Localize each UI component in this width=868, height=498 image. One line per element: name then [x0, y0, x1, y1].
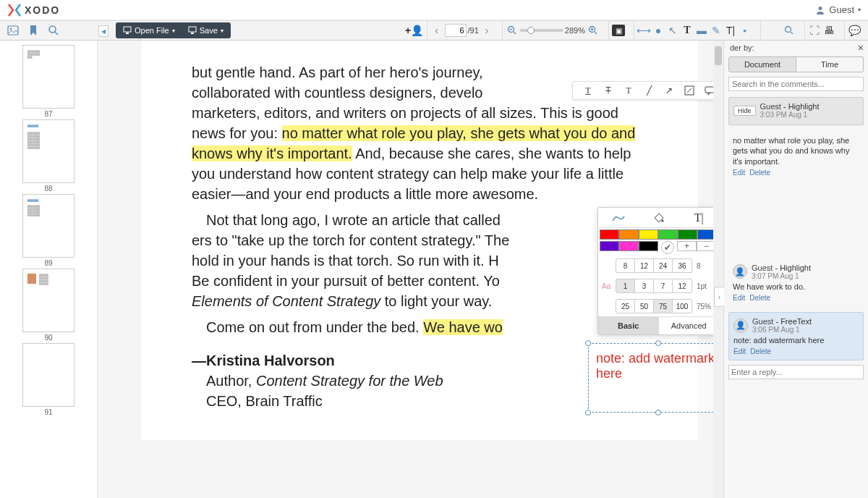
resize-handle[interactable]: [655, 410, 661, 415]
thumb-90[interactable]: ████████████████████████90: [22, 269, 75, 342]
svg-point-0: [819, 7, 822, 10]
svg-rect-5: [124, 27, 131, 32]
fill-tab[interactable]: [639, 208, 679, 227]
squiggly-tool-icon[interactable]: T: [622, 84, 635, 97]
edit-link[interactable]: Edit: [733, 294, 745, 302]
delete-link[interactable]: Delete: [749, 169, 770, 177]
swatch-orange[interactable]: [619, 229, 639, 240]
zoom-in-icon[interactable]: [587, 24, 600, 37]
svg-rect-1: [8, 26, 18, 35]
expand-panel-button[interactable]: ›: [714, 287, 724, 307]
close-panel-button[interactable]: ×: [858, 42, 864, 54]
color-swatches: [598, 228, 719, 241]
chat-panel-icon[interactable]: 💬: [848, 24, 861, 37]
comment-2[interactable]: 👤Guest - Highlight3:07 PM Aug 1 We have …: [728, 259, 864, 306]
freetext-annotation[interactable]: note: add watermark here: [588, 343, 723, 413]
bookmark-icon[interactable]: [27, 25, 39, 36]
collapse-sidebar-button[interactable]: ◀: [98, 25, 109, 37]
search-doc-icon[interactable]: [783, 24, 796, 37]
thumbnail-sidebar: ███████████████████87 ██████████████████…: [0, 41, 98, 498]
swatch-darkgreen[interactable]: [678, 229, 697, 240]
thumb-87[interactable]: ███████████████████87: [22, 45, 75, 118]
opacity-options[interactable]: 255075100: [616, 299, 692, 313]
author-name: —Kristina Halvorson: [192, 350, 647, 371]
add-user-icon[interactable]: +👤: [408, 24, 421, 37]
open-file-button[interactable]: Open File▾: [119, 26, 179, 35]
zoom-slider[interactable]: [520, 29, 563, 32]
hide-comment-button[interactable]: Hide: [733, 106, 756, 116]
zoom-value: 289%: [565, 26, 585, 35]
apply-color-button[interactable]: ✔: [661, 241, 674, 254]
advanced-mode-tab[interactable]: Advanced: [659, 317, 720, 334]
comments-panel: × › der by: Document Time Hide Guest - H…: [723, 41, 868, 498]
fullscreen-icon[interactable]: ⛶: [808, 24, 821, 37]
order-toggle: Document Time: [728, 56, 864, 72]
comment-3[interactable]: 👤Guest - FreeText3:06 PM Aug 1 note: add…: [728, 312, 864, 360]
resize-handle[interactable]: [585, 410, 591, 415]
text-tool-icon[interactable]: T: [681, 24, 694, 37]
delete-link[interactable]: Delete: [750, 347, 771, 355]
svg-point-24: [661, 219, 663, 221]
comment-1[interactable]: Hide Guest - Highlight3:03 PM Aug 1: [728, 97, 864, 125]
pen-tool-icon[interactable]: ✎: [710, 24, 723, 37]
thumb-91[interactable]: 91: [22, 343, 75, 416]
next-page-button[interactable]: ›: [480, 24, 493, 37]
svg-line-15: [595, 32, 597, 34]
swatch-purple[interactable]: [600, 241, 619, 251]
user-menu[interactable]: Guest ▾: [815, 4, 861, 15]
edit-link[interactable]: Edit: [733, 347, 746, 355]
annotation-toolbar: T T T ╱ ↗: [572, 81, 723, 100]
swatch-black[interactable]: [639, 241, 658, 251]
reply-input[interactable]: [728, 365, 864, 379]
page-input[interactable]: [445, 24, 467, 37]
thumb-89[interactable]: ███████████████████████████████████████8…: [22, 194, 75, 267]
svg-line-17: [791, 32, 793, 34]
vertical-scrollbar[interactable]: [713, 41, 723, 498]
fit-width-icon[interactable]: ●: [652, 24, 665, 37]
image-icon[interactable]: [7, 25, 19, 36]
order-time[interactable]: Time: [796, 56, 864, 72]
signature-tool-icon[interactable]: [683, 84, 696, 97]
avatar-icon: 👤: [733, 264, 747, 279]
font-size-options[interactable]: 8122436: [616, 258, 692, 273]
thumb-88[interactable]: ████████████████████████████████████████…: [22, 119, 75, 193]
resize-handle[interactable]: [655, 340, 661, 346]
more-tools-icon[interactable]: ▸: [739, 24, 752, 37]
prev-page-button[interactable]: ‹: [430, 24, 443, 37]
swatch-yellow[interactable]: [639, 229, 658, 240]
search-comments-input[interactable]: [728, 77, 864, 91]
comment-1-body: no matter what role you play, she gets w…: [728, 131, 864, 181]
print-icon[interactable]: 🖶: [822, 24, 835, 37]
save-button[interactable]: Save▾: [184, 26, 228, 35]
order-document[interactable]: Document: [728, 56, 796, 72]
caret-down-icon: ▾: [858, 7, 861, 13]
svg-point-2: [10, 28, 12, 30]
underline-tool-icon[interactable]: T: [582, 84, 595, 97]
strikeout-tool-icon[interactable]: T: [602, 84, 615, 97]
swatch-magenta[interactable]: [619, 241, 639, 251]
zoom-out-icon[interactable]: [506, 24, 519, 37]
edit-link[interactable]: Edit: [733, 169, 745, 177]
app-name: XODO: [25, 4, 60, 16]
select-icon[interactable]: ↖: [666, 24, 679, 37]
camera-icon[interactable]: ▣: [612, 25, 625, 36]
delete-link[interactable]: Delete: [749, 294, 770, 302]
svg-rect-8: [191, 33, 194, 34]
resize-handle[interactable]: [585, 340, 591, 346]
swatch-green[interactable]: [658, 229, 678, 240]
arrow-tool-icon[interactable]: ↗: [663, 84, 676, 97]
app-logo: XODO: [7, 3, 60, 17]
thickness-options[interactable]: 13712: [616, 279, 692, 293]
basic-mode-tab[interactable]: Basic: [598, 317, 659, 334]
swatch-red[interactable]: [600, 229, 619, 240]
pan-tool-icon[interactable]: ⟷: [637, 24, 650, 37]
add-color-button[interactable]: +: [677, 241, 697, 251]
search-icon[interactable]: [48, 25, 59, 36]
freetext-tool-icon[interactable]: T|: [724, 24, 737, 37]
line-tool-icon[interactable]: ╱: [642, 84, 655, 97]
comment-tool-icon[interactable]: ▬: [695, 24, 708, 37]
svg-point-3: [49, 26, 56, 33]
stroke-tab[interactable]: [598, 208, 639, 227]
document-viewport[interactable]: but gentle hand. As part of her hero's j…: [98, 41, 723, 498]
highlight-2[interactable]: We have wo: [423, 319, 503, 335]
